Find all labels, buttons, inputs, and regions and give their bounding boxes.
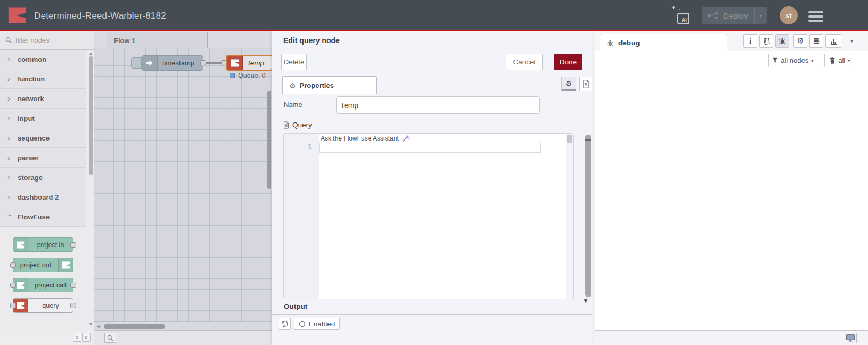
chevron-right-icon: › bbox=[7, 94, 13, 103]
library-button[interactable] bbox=[279, 318, 291, 330]
cancel-button[interactable]: Cancel bbox=[506, 54, 543, 70]
tray-title: Edit query node bbox=[283, 31, 592, 50]
palette-category-network[interactable]: ›network bbox=[0, 89, 86, 109]
editor-active-line[interactable] bbox=[319, 143, 541, 153]
debug-filter-button[interactable]: all nodes ▾ bbox=[768, 54, 817, 67]
canvas-footer bbox=[94, 330, 272, 345]
input-port[interactable] bbox=[10, 283, 16, 288]
database-icon bbox=[813, 37, 820, 45]
palette-search[interactable] bbox=[0, 31, 94, 50]
help-tab-button[interactable] bbox=[759, 34, 773, 48]
palette-search-input[interactable] bbox=[15, 36, 79, 44]
wire[interactable] bbox=[206, 62, 223, 64]
chevron-right-icon: › bbox=[7, 173, 13, 182]
palette-node-project-call[interactable]: project call bbox=[13, 278, 73, 292]
debug-clear-button[interactable]: all ▾ bbox=[824, 54, 855, 67]
dashboard-tab-button[interactable] bbox=[825, 34, 841, 48]
query-node-selected[interactable]: temp bbox=[226, 55, 272, 71]
palette-node-project-in[interactable]: project in bbox=[13, 237, 73, 252]
output-port[interactable] bbox=[70, 242, 76, 248]
palette-category-common[interactable]: ›common bbox=[0, 50, 86, 69]
palette-category-parser[interactable]: ›parser bbox=[0, 148, 86, 168]
main-menu-button[interactable] bbox=[808, 9, 823, 24]
debug-message-list[interactable] bbox=[595, 69, 868, 330]
assistant-prompt[interactable]: Ask the FlowFuse Assistant bbox=[319, 134, 566, 143]
palette-scrollbar[interactable] bbox=[89, 56, 93, 175]
palette-category-dashboard2[interactable]: ›dashboard 2 bbox=[0, 187, 86, 207]
node-settings-button[interactable]: ⚙ bbox=[561, 77, 576, 91]
deploy-button[interactable]: Deploy ▾ bbox=[702, 7, 767, 24]
menu-bar bbox=[808, 11, 823, 13]
output-port[interactable] bbox=[70, 303, 76, 308]
canvas-vscrollbar[interactable] bbox=[267, 91, 271, 189]
inject-icon bbox=[142, 56, 158, 70]
palette-node-project-out[interactable]: project out bbox=[13, 258, 73, 272]
chevron-right-icon: › bbox=[7, 153, 13, 162]
inject-output-port[interactable] bbox=[200, 60, 206, 65]
ai-box: AI bbox=[677, 13, 689, 24]
description-button[interactable] bbox=[579, 77, 592, 91]
palette-category-sequence[interactable]: ›sequence bbox=[0, 128, 86, 148]
document-icon bbox=[583, 80, 589, 88]
tray-footer: Enabled bbox=[272, 314, 593, 332]
status-dot bbox=[230, 73, 235, 78]
canvas-hscrollbar[interactable] bbox=[104, 324, 165, 329]
circle-icon bbox=[299, 321, 306, 327]
workspace-title: Determined-Reed-Warbler-8182 bbox=[34, 11, 166, 21]
palette-scroll-up-icon[interactable]: ▲ bbox=[88, 51, 93, 56]
user-avatar[interactable]: st bbox=[780, 6, 798, 24]
enabled-toggle[interactable]: Enabled bbox=[294, 318, 340, 330]
open-window-button[interactable] bbox=[844, 333, 857, 343]
palette-node-query[interactable]: query bbox=[13, 298, 73, 313]
deploy-icon bbox=[707, 12, 719, 19]
edit-node-tray: Edit query node Delete Cancel Done ⚙ Pro… bbox=[272, 31, 592, 345]
palette-scroll-down-icon[interactable]: ▼ bbox=[88, 322, 93, 327]
zoom-button[interactable] bbox=[104, 333, 116, 343]
chevron-down-icon: › bbox=[6, 214, 14, 219]
config-tab-button[interactable]: ⚙ bbox=[793, 34, 807, 48]
node-palette: ›common ›function ›network ›input ›seque… bbox=[0, 31, 94, 345]
debug-footer bbox=[595, 330, 868, 345]
collapse-all-button[interactable]: « bbox=[73, 333, 81, 342]
delete-button[interactable]: Delete bbox=[281, 54, 307, 70]
workspace: Flow 1 timestamp temp Queue: 0 ◀ bbox=[94, 31, 272, 345]
sidebar-tab-bar: debug i ⚙ ▾ bbox=[595, 31, 868, 51]
caret-down-icon: ▾ bbox=[848, 58, 850, 63]
name-label: Name bbox=[284, 101, 302, 109]
deploy-dropdown[interactable]: ▾ bbox=[754, 7, 767, 24]
tray-scrollbar-mark bbox=[585, 139, 591, 141]
editor-gutter: 1 bbox=[284, 134, 319, 299]
sidebar-menu-caret[interactable]: ▾ bbox=[850, 38, 853, 44]
tab-properties[interactable]: ⚙ Properties bbox=[282, 76, 377, 94]
double-chevron-up-icon: « bbox=[74, 335, 80, 339]
info-tab-button[interactable]: i bbox=[743, 34, 757, 48]
canvas-scroll-left-icon[interactable]: ◀ bbox=[96, 324, 100, 329]
input-port[interactable] bbox=[10, 262, 16, 268]
tab-debug[interactable]: debug bbox=[600, 34, 727, 52]
tray-scrollbar[interactable] bbox=[585, 135, 591, 297]
name-input[interactable] bbox=[336, 96, 540, 114]
scroll-down-icon[interactable]: ▼ bbox=[583, 297, 589, 305]
palette-category-input[interactable]: ›input bbox=[0, 109, 86, 128]
done-button[interactable]: Done bbox=[554, 54, 582, 70]
ai-assistant-button[interactable]: ✦ ✦ AI bbox=[672, 6, 689, 24]
flow-tab[interactable]: Flow 1 bbox=[107, 32, 208, 48]
output-port[interactable] bbox=[70, 283, 76, 288]
debug-tab-button[interactable] bbox=[775, 34, 789, 48]
editor-scrollbar[interactable] bbox=[566, 134, 573, 299]
palette-category-flowfuse[interactable]: ›FlowFuse bbox=[0, 207, 86, 227]
query-code-editor[interactable]: 1 Ask the FlowFuse Assistant bbox=[283, 133, 574, 299]
flow-canvas[interactable]: timestamp temp Queue: 0 bbox=[94, 48, 272, 322]
funnel-icon bbox=[772, 58, 778, 63]
inject-node[interactable]: timestamp bbox=[141, 55, 203, 71]
palette-category-function[interactable]: ›function bbox=[0, 69, 86, 89]
expand-all-button[interactable]: » bbox=[82, 333, 91, 342]
bug-icon bbox=[607, 39, 614, 47]
input-port[interactable] bbox=[10, 303, 16, 308]
info-icon: i bbox=[749, 37, 751, 46]
output-section-label: Output bbox=[284, 302, 307, 310]
palette-category-storage[interactable]: ›storage bbox=[0, 168, 86, 187]
context-tab-button[interactable] bbox=[809, 34, 823, 48]
line-number: 1 bbox=[308, 142, 312, 151]
gear-icon: ⚙ bbox=[566, 79, 572, 88]
